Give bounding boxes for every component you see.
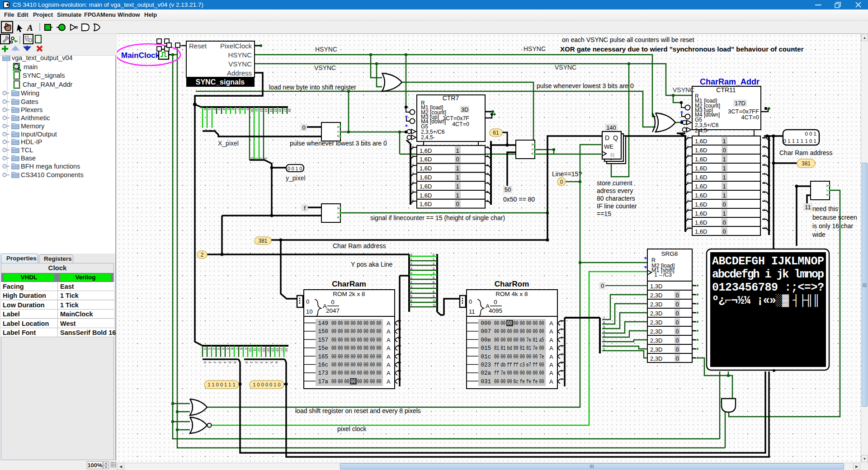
svg-text:2,3D: 2,3D [650, 328, 662, 335]
svg-text:CharRam: CharRam [332, 280, 366, 288]
svg-text:Base: Base [21, 155, 36, 162]
svg-text:0: 0 [722, 219, 726, 226]
svg-text:4: 4 [410, 290, 412, 293]
svg-text:00: 00 [357, 370, 362, 376]
svg-text:1,6D: 1,6D [420, 174, 432, 181]
svg-text:1,6D: 1,6D [695, 219, 707, 226]
svg-text:00: 00 [526, 354, 531, 360]
svg-text:IF line counter: IF line counter [597, 202, 637, 210]
svg-text:00: 00 [494, 354, 499, 360]
svg-text:TCL: TCL [21, 146, 33, 154]
svg-text:e7: e7 [526, 362, 531, 368]
svg-text:00: 00 [520, 370, 525, 376]
svg-text:7e: 7e [526, 337, 531, 343]
svg-text:00: 00 [338, 329, 343, 335]
svg-text:3: 3 [398, 344, 400, 348]
svg-text:1,6D: 1,6D [695, 174, 707, 181]
svg-text:X_pixel: X_pixel [218, 140, 239, 147]
svg-text:00: 00 [500, 337, 505, 343]
svg-text:1: 1 [722, 156, 726, 163]
svg-text:2: 2 [201, 252, 204, 258]
svg-text:1: 1 [456, 174, 459, 181]
svg-text:00: 00 [500, 354, 505, 360]
svg-text:1,6D: 1,6D [420, 183, 432, 190]
svg-text:A: A [387, 345, 391, 352]
svg-text:00: 00 [507, 329, 512, 335]
svg-text:2: 2 [486, 163, 489, 167]
svg-text:00: 00 [520, 337, 525, 343]
svg-text:80 characters: 80 characters [597, 195, 635, 202]
svg-text:81: 81 [520, 345, 525, 352]
svg-text:00: 00 [533, 370, 538, 376]
svg-text:2: 2 [259, 157, 263, 159]
svg-text:150: 150 [318, 329, 328, 335]
svg-text:11: 11 [253, 348, 256, 351]
svg-text:00: 00 [526, 329, 531, 335]
svg-text:Memory: Memory [21, 122, 45, 130]
svg-text:1: 1 [456, 192, 459, 199]
svg-text:1: 1 [208, 108, 211, 110]
svg-text:WE: WE [604, 143, 613, 150]
svg-text:1,3D: 1,3D [650, 283, 662, 290]
svg-text:5: 5 [603, 325, 605, 329]
svg-text:173: 173 [318, 370, 328, 376]
svg-text:13: 13 [264, 108, 268, 112]
svg-text:3D: 3D [461, 106, 469, 113]
svg-text:2,3D: 2,3D [650, 346, 662, 353]
svg-text:A: A [387, 362, 391, 368]
svg-text:14: 14 [269, 108, 273, 112]
svg-text:15e: 15e [318, 345, 328, 352]
svg-text:18: 18 [288, 108, 291, 112]
svg-text:A: A [387, 328, 391, 335]
svg-text:00: 00 [507, 320, 512, 327]
svg-text:00: 00 [331, 329, 336, 335]
svg-text:00: 00 [514, 370, 519, 376]
svg-text:00: 00 [500, 329, 505, 335]
svg-text:4: 4 [603, 330, 605, 333]
svg-text:A: A [387, 320, 391, 327]
svg-text:0: 0 [306, 298, 309, 305]
svg-text:2: 2 [412, 163, 414, 167]
svg-text:17: 17 [280, 348, 283, 352]
svg-text:7e: 7e [500, 370, 505, 376]
svg-text:HSYNC: HSYNC [228, 51, 252, 59]
svg-text:ff: ff [533, 362, 538, 368]
svg-text:0: 0 [675, 319, 679, 326]
svg-text:0: 0 [722, 147, 726, 154]
svg-text:1→/C3: 1→/C3 [654, 272, 672, 278]
svg-text:2,4,5-: 2,4,5- [421, 134, 435, 141]
svg-text:8: 8 [687, 208, 689, 212]
svg-text:00: 00 [376, 379, 381, 385]
svg-text:1,6D: 1,6D [420, 156, 432, 163]
svg-text:1: 1 [410, 276, 412, 279]
svg-text:2: 2 [213, 129, 217, 131]
svg-text:15: 15 [274, 108, 277, 112]
svg-text:00: 00 [533, 354, 538, 360]
svg-text:2: 2 [433, 262, 434, 265]
svg-text:ff: ff [514, 362, 519, 368]
svg-text:2,3D: 2,3D [650, 292, 662, 299]
svg-text:00: 00 [539, 362, 544, 368]
svg-text:=: = [826, 188, 828, 193]
svg-text:>: > [337, 206, 339, 211]
svg-text:00: 00 [338, 379, 343, 385]
svg-text:pulse whenever lowest 3 bits a: pulse whenever lowest 3 bits are 0 [290, 140, 387, 147]
svg-text:Char Ram address: Char Ram address [333, 242, 386, 249]
svg-text:7: 7 [398, 377, 400, 381]
svg-text:381: 381 [802, 160, 811, 167]
svg-text:140: 140 [606, 124, 616, 131]
svg-text:0: 0 [763, 136, 765, 140]
svg-text:º¿⌐¬½¼ ¡«»░▓: º¿⌐¬½¼ ¡«»░▓ [712, 294, 789, 307]
svg-text:7: 7 [410, 304, 412, 307]
svg-text:7: 7 [561, 377, 563, 381]
svg-text:00: 00 [494, 379, 499, 385]
svg-text:<: < [531, 151, 533, 156]
svg-text:00: 00 [363, 320, 368, 327]
svg-text:0: 0 [675, 328, 679, 335]
svg-text:00: 00 [370, 370, 375, 376]
svg-text:4CT=0: 4CT=0 [741, 114, 759, 121]
svg-text:Char Ram address: Char Ram address [779, 149, 833, 156]
svg-text:10: 10 [687, 226, 691, 230]
svg-text:00: 00 [514, 337, 519, 343]
svg-text:3: 3 [217, 348, 220, 350]
